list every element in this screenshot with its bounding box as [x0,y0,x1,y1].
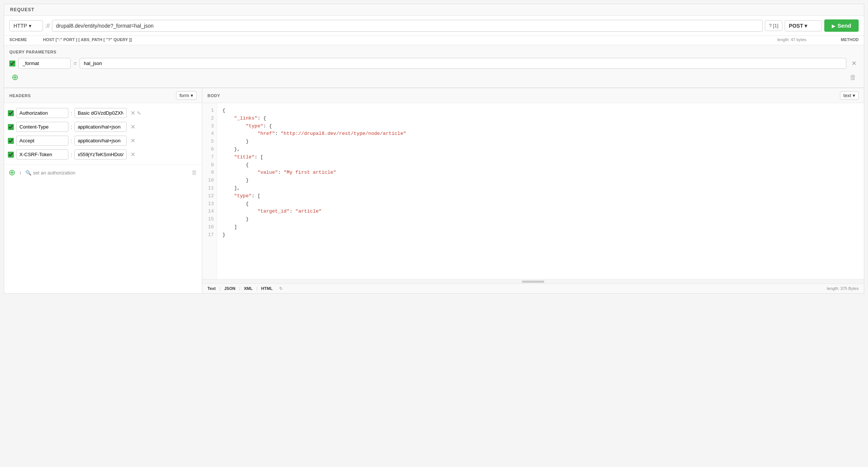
body-footer: Text | JSON | XML | HTML ↻ length: 375 B… [202,284,864,293]
add-header-button[interactable]: ⊕ [9,168,15,177]
horizontal-scrollbar[interactable] [202,279,864,284]
headers-title: HEADERS [9,93,31,98]
method-meta-label: METHOD [814,37,859,42]
url-bar: HTTP :// ? [1] POST Send [4,16,864,36]
query-params-section: QUERY PARAMETERS = ✕ ⊕ 🗑 [4,45,864,88]
body-tab-html[interactable]: HTML [261,286,273,291]
scheme-select[interactable]: HTTP [9,20,43,31]
body-tab-json[interactable]: JSON [224,286,236,291]
set-authorization-button[interactable]: 🔍 set an authorization [25,170,75,176]
header-delete-accept-icon[interactable]: ✕ [130,137,135,144]
text-type-label: text [843,93,851,98]
header-edit-authorization-icon[interactable]: ✎ [137,110,141,116]
scheme-label: HTTP [13,23,27,29]
refresh-icon[interactable]: ↻ [279,286,283,291]
header-colon: : [71,110,72,116]
header-checkbox-content-type[interactable] [8,124,14,130]
method-select[interactable]: POST [785,20,822,31]
header-row: : ✕ [4,134,202,148]
length-meta-label: length: 47 bytes [777,37,806,42]
line-numbers: 1 2 3 4 5 6 7 8 9 10 11 12 13 14 15 16 1 [202,103,217,279]
header-value-csrf[interactable] [74,149,127,160]
header-row: : ✕ ✎ [4,106,202,120]
delete-all-headers-button[interactable]: 🗑 [191,169,197,176]
header-actions-csrf: ✕ [130,151,135,158]
param-equals: = [74,61,77,67]
form-label: form [179,93,189,98]
set-auth-search-icon: 🔍 [25,170,31,176]
header-colon: : [71,152,72,158]
scheme-chevron-icon [29,23,31,29]
scrollbar-thumb[interactable] [522,281,544,283]
code-content[interactable]: { "_links": { "type": { "href": "http://… [217,103,864,279]
header-colon: : [71,124,72,130]
param-checkbox[interactable] [9,61,15,67]
request-section-header: REQUEST [4,4,864,16]
body-title: BODY [207,93,220,98]
body-tab-text[interactable]: Text [207,286,216,291]
header-actions-authorization: ✕ ✎ [130,109,141,117]
header-checkbox-csrf[interactable] [8,152,14,158]
bottom-panels: HEADERS form : ✕ ✎ [4,88,864,293]
header-key-csrf[interactable] [16,149,68,160]
url-meta: SCHEME HOST [":" PORT ] [ ABS_PATH [ "?"… [4,36,864,45]
header-key-accept[interactable] [16,136,68,146]
form-dropdown[interactable]: form [176,91,197,100]
sort-icon[interactable]: ↕ [19,170,22,176]
form-chevron-icon [191,93,193,98]
header-delete-csrf-icon[interactable]: ✕ [130,151,135,158]
header-delete-content-type-icon[interactable]: ✕ [130,123,135,130]
body-panel-header: BODY text [202,88,864,103]
header-value-content-type[interactable] [74,122,127,132]
headers-panel: HEADERS form : ✕ ✎ [4,88,202,293]
question-label: ? [1] [769,23,778,28]
question-button[interactable]: ? [1] [765,20,782,31]
header-value-accept[interactable] [74,136,127,146]
header-actions-content-type: ✕ [130,123,135,130]
body-length-label: length: 375 Bytes [827,286,859,291]
send-button[interactable]: Send [824,19,859,32]
url-separator: :// [45,23,50,29]
headers-panel-header: HEADERS form [4,88,202,103]
text-chevron-icon [853,93,855,98]
params-actions: ⊕ 🗑 [9,72,859,83]
code-editor[interactable]: 1 2 3 4 5 6 7 8 9 10 11 12 13 14 15 16 1 [202,103,864,279]
header-checkbox-accept[interactable] [8,138,14,144]
header-actions-accept: ✕ [130,137,135,144]
param-delete-button[interactable]: ✕ [849,59,859,68]
method-chevron-icon [804,23,807,29]
header-key-authorization[interactable] [16,108,68,118]
header-value-authorization[interactable] [74,108,127,118]
scheme-meta-label: SCHEME [9,37,43,42]
set-auth-label: set an authorization [33,170,75,176]
header-rows: : ✕ ✎ : ✕ [4,103,202,164]
text-dropdown[interactable]: text [840,91,859,100]
param-row: = ✕ [9,58,859,69]
body-tab-xml[interactable]: XML [244,286,253,291]
header-delete-authorization-icon[interactable]: ✕ [130,109,135,117]
send-arrow-icon [832,22,835,29]
body-panel: BODY text 1 2 3 4 5 6 7 8 9 10 [202,88,864,293]
delete-param-button[interactable]: 🗑 [847,73,859,82]
header-checkbox-authorization[interactable] [8,110,14,116]
main-container: REQUEST HTTP :// ? [1] POST Send SCHEME … [4,4,864,294]
request-title: REQUEST [10,7,34,12]
headers-footer: ⊕ ↕ 🔍 set an authorization 🗑 [4,164,202,180]
header-colon: : [71,138,72,144]
header-row: : ✕ [4,120,202,134]
add-param-button[interactable]: ⊕ [9,72,21,83]
header-row: : ✕ [4,148,202,161]
header-key-content-type[interactable] [16,122,68,132]
query-params-title: QUERY PARAMETERS [9,50,859,54]
send-label: Send [837,22,851,29]
host-meta-label: HOST [":" PORT ] [ ABS_PATH [ "?" QUERY … [43,37,777,42]
method-label: POST [789,23,803,29]
url-input[interactable] [52,20,763,32]
param-value-input[interactable] [80,58,846,69]
param-key-input[interactable] [18,58,71,69]
